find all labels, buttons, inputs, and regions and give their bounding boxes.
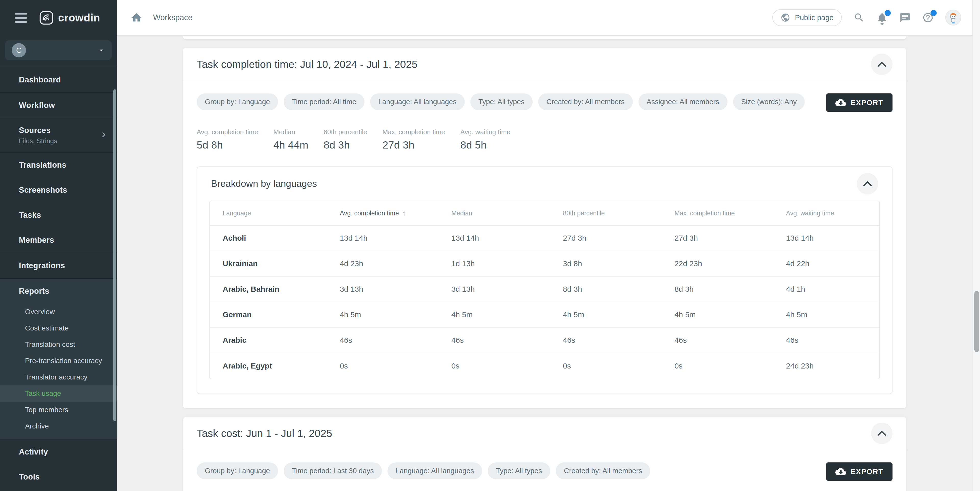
task-completion-stats: Avg. completion time5d 8hMedian4h 44m80t… [197,128,892,151]
sidebar-item-top-members[interactable]: Top members [0,402,117,418]
search-button[interactable] [853,12,865,23]
value-cell: 4h 5m [662,310,773,319]
chevron-up-icon [863,181,872,187]
sidebar-item-translator-accuracy[interactable]: Translator accuracy [0,369,117,385]
sidebar-item-sources[interactable]: SourcesFiles, Strings [0,118,117,152]
sidebar-item-translations[interactable]: Translations [0,153,117,178]
sidebar-scrollbar-thumb[interactable] [113,89,116,421]
value-cell: 13d 14h [327,234,439,242]
notification-dot [885,10,891,16]
filter-chip-size-words[interactable]: Size (words): Any [733,93,805,110]
help-button[interactable] [922,12,934,23]
column-header-max-completion-time[interactable]: Max. completion time [662,209,773,217]
filter-chip-time-period[interactable]: Time period: All time [284,93,364,110]
chevron-down-icon [97,46,105,54]
column-header-avg-waiting-time[interactable]: Avg. waiting time [773,209,879,217]
stat-max-completion-time: Max. completion time27d 3h [382,128,445,151]
breakdown-table-body: Acholi13d 14h13d 14h27d 3h27d 3h13d 14hU… [210,226,879,379]
chevron-up-icon [877,62,886,67]
menu-toggle-icon[interactable] [15,13,27,23]
sidebar-item-members[interactable]: Members [0,228,117,253]
column-header-label: Max. completion time [675,209,735,217]
collapse-task-cost-button[interactable] [871,422,892,444]
task-cost-header: Task cost: Jun 1 - Jul 1, 2025 [183,417,906,450]
page-scrollbar-thumb[interactable] [974,291,979,352]
sidebar-item-pre-translation-accuracy[interactable]: Pre-translation accuracy [0,353,117,369]
main-content: Task completion time: Jul 10, 2024 - Jul… [117,36,972,491]
filter-chip-created-by[interactable]: Created by: All members [556,462,651,479]
sidebar-item-overview[interactable]: Overview [0,304,117,320]
value-cell: 27d 3h [662,234,773,242]
filter-chip-group-by[interactable]: Group by: Language [197,93,278,110]
value-cell: 4h 5m [327,310,439,319]
filter-chip-time-period[interactable]: Time period: Last 30 days [284,462,382,479]
sidebar-item-label: Reports [19,287,117,296]
sidebar-item-cost-estimate[interactable]: Cost estimate [0,320,117,336]
value-cell: 27d 3h [550,234,662,242]
collapse-task-completion-button[interactable] [871,54,892,75]
filter-chip-language[interactable]: Language: All languages [370,93,465,110]
sidebar-item-reports[interactable]: Reports [0,279,117,304]
sidebar-item-workflow[interactable]: Workflow [0,93,117,118]
sidebar-header: crowdin [0,0,117,36]
filter-chip-language[interactable]: Language: All languages [387,462,482,479]
export-label: EXPORT [851,99,883,107]
user-avatar[interactable] [945,10,961,26]
column-header-median[interactable]: Median [439,209,550,217]
sidebar-item-tools[interactable]: Tools [0,464,117,489]
sidebar-item-screenshots[interactable]: Screenshots [0,178,117,202]
table-row-german: German4h 5m4h 5m4h 5m4h 5m4h 5m [210,302,879,328]
column-header-avg-completion-time[interactable]: Avg. completion time↑ [327,209,439,217]
value-cell: 0s [439,362,550,370]
sidebar: crowdin C DashboardWorkflowSourcesFiles,… [0,0,117,491]
help-dot [931,10,937,16]
export-label: EXPORT [851,467,883,476]
stat-label: 80th percentile [324,128,367,136]
globe-icon [781,13,790,22]
value-cell: 0s [550,362,662,370]
crowdin-logo-icon [39,11,54,25]
export-task-completion-button[interactable]: EXPORT [826,93,892,112]
stat-value: 27d 3h [382,139,445,151]
filter-chip-type[interactable]: Type: All types [488,462,550,479]
search-icon [853,12,865,23]
crowdin-logo[interactable]: crowdin [39,11,100,25]
filter-chip-created-by[interactable]: Created by: All members [538,93,633,110]
home-button[interactable] [130,12,142,24]
collapse-breakdown-button[interactable] [857,173,878,194]
sidebar-item-task-usage[interactable]: Task usage [0,385,117,402]
filter-chip-type[interactable]: Type: All types [470,93,533,110]
language-cell: Acholi [210,234,327,242]
column-header-80th-percentile[interactable]: 80th percentile [550,209,662,217]
sidebar-item-activity[interactable]: Activity [0,440,117,464]
public-page-button[interactable]: Public page [772,9,842,26]
export-task-cost-button[interactable]: EXPORT [826,462,892,481]
value-cell: 0s [662,362,773,370]
sidebar-item-dashboard[interactable]: Dashboard [0,67,117,92]
sidebar-item-integrations[interactable]: Integrations [0,253,117,278]
breakdown-header: Breakdown by languages [197,167,892,201]
value-cell: 22d 23h [662,259,773,268]
notifications-button[interactable] [877,12,888,23]
filter-chip-assignee[interactable]: Assignee: All members [638,93,727,110]
sidebar-item-archive[interactable]: Archive [0,418,117,434]
value-cell: 4d 22h [773,259,879,268]
caret-down-icon [880,23,885,26]
task-completion-panel: Task completion time: Jul 10, 2024 - Jul… [183,48,906,408]
table-row-ukrainian: Ukrainian4d 23h1d 13h3d 8h22d 23h4d 22h [210,251,879,277]
table-row-acholi: Acholi13d 14h13d 14h27d 3h27d 3h13d 14h [210,226,879,251]
sidebar-item-translation-cost[interactable]: Translation cost [0,336,117,353]
stat-label: Avg. completion time [197,128,258,136]
project-selector[interactable]: C [5,40,112,60]
messages-button[interactable] [899,12,911,23]
column-header-language[interactable]: Language [210,209,327,217]
language-cell: German [210,310,327,319]
column-header-label: Avg. waiting time [786,209,834,217]
sidebar-item-tasks[interactable]: Tasks [0,202,117,228]
sidebar-item-label: Activity [19,447,117,456]
task-completion-title: Task completion time: Jul 10, 2024 - Jul… [197,59,418,70]
sidebar-item-label: Tasks [19,210,117,220]
filter-chip-group-by[interactable]: Group by: Language [197,462,278,479]
breadcrumb-workspace[interactable]: Workspace [153,13,192,22]
value-cell: 3d 8h [550,259,662,268]
